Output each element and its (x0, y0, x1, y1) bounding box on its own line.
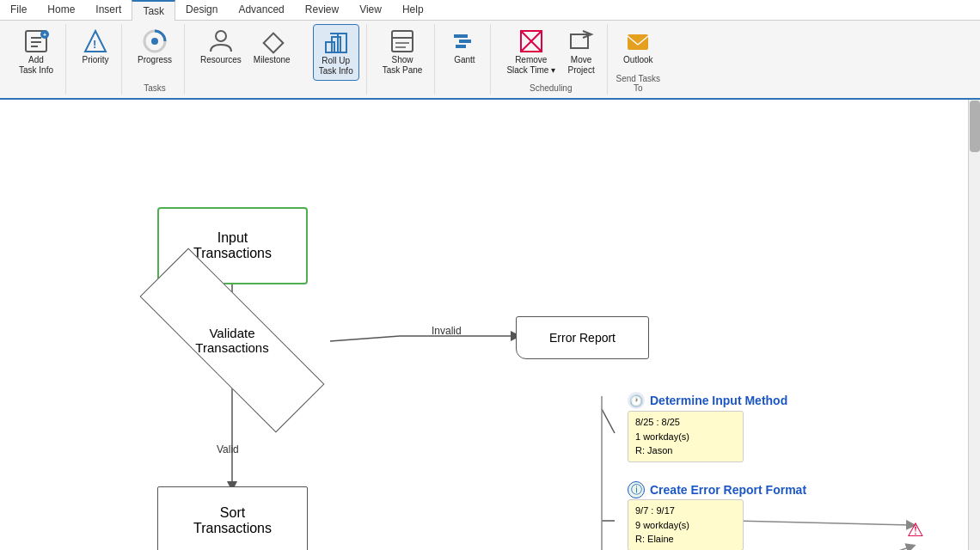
add-task-info-button[interactable]: + AddTask Info (14, 24, 58, 79)
rollup-label: Roll UpTask Info (319, 56, 353, 76)
determine-input-method-title: Determine Input Method (650, 394, 787, 407)
cer-date: 9/7 : 9/17 (635, 504, 736, 518)
outlook-button[interactable]: Outlook (618, 24, 658, 69)
resources-group: Resources Milestone (188, 24, 303, 95)
svg-line-38 (735, 521, 911, 525)
svg-rect-22 (456, 45, 466, 48)
milestone-button[interactable]: Milestone (248, 24, 296, 69)
cer-workdays: 9 workday(s) (635, 518, 736, 533)
svg-rect-16 (392, 31, 413, 52)
svg-text:+: + (43, 32, 46, 38)
dim-resource: R: Jason (635, 443, 736, 458)
tab-insert[interactable]: Insert (85, 0, 132, 20)
scheduling-label: Scheduling (494, 83, 607, 93)
send-tasks-group: Outlook Send Tasks To (611, 24, 665, 95)
determine-input-method-header: 🕐 Determine Input Method (628, 392, 787, 409)
validate-transactions-label: ValidateTransactions (112, 306, 352, 375)
move-project-label: MoveProject (568, 55, 595, 76)
remove-slack-time-button[interactable]: RemoveSlack Time ▾ (501, 24, 560, 79)
validate-transactions-node[interactable]: ValidateTransactions (112, 306, 352, 375)
gantt-button[interactable]: Gantt (445, 24, 483, 69)
move-project-button[interactable]: MoveProject (562, 24, 600, 79)
svg-rect-21 (459, 40, 471, 43)
progress-group: Progress Tasks (126, 24, 185, 95)
add-task-info-label: AddTask Info (19, 55, 53, 76)
add-task-info-group: + AddTask Info (7, 24, 66, 95)
tab-view[interactable]: View (349, 0, 392, 20)
gantt-icon (450, 28, 478, 55)
scrollbar-thumb[interactable] (970, 101, 980, 152)
send-tasks-label: Send Tasks To (611, 74, 665, 93)
resources-label: Resources (200, 55, 242, 65)
warning-icon: ⚠ (907, 519, 924, 541)
valid-label: Valid (217, 443, 239, 455)
progress-label: Progress (138, 55, 172, 65)
dim-workdays: 1 workday(s) (635, 430, 736, 444)
svg-line-36 (602, 409, 615, 433)
gantt-label: Gantt (454, 55, 475, 65)
rollup-button[interactable]: Roll UpTask Info (313, 24, 359, 81)
sort-transactions-node[interactable]: SortTransactions (157, 486, 308, 550)
priority-icon: ! (82, 28, 109, 55)
svg-rect-27 (628, 34, 648, 50)
tab-task[interactable]: Task (132, 0, 175, 21)
add-task-info-icon: + (22, 28, 50, 55)
show-task-pane-label: ShowTask Pane (383, 55, 423, 76)
move-project-icon (567, 28, 595, 55)
tab-file[interactable]: File (0, 0, 37, 20)
gantt-group: Gantt (438, 24, 491, 95)
milestone-label: Milestone (254, 55, 291, 65)
priority-group: ! Priority (70, 24, 122, 95)
svg-rect-11 (264, 34, 284, 53)
outlook-label: Outlook (623, 55, 652, 65)
error-report-node[interactable]: Error Report (516, 316, 649, 359)
svg-text:!: ! (93, 38, 96, 51)
cer-resource: R: Elaine (635, 532, 736, 547)
tasks-group-label: Tasks (126, 83, 184, 93)
canvas: InputTransactions ValidateTransactions E… (0, 100, 980, 550)
resources-icon (207, 28, 235, 55)
tab-advanced[interactable]: Advanced (228, 0, 294, 20)
svg-point-9 (151, 38, 158, 45)
create-error-report-header: ⓘ Create Error Report Format (628, 481, 806, 498)
show-task-pane-icon (389, 28, 416, 55)
progress-icon (141, 28, 168, 55)
svg-rect-12 (326, 42, 334, 52)
tab-design[interactable]: Design (175, 0, 228, 20)
create-error-report-box: 9/7 : 9/17 9 workday(s) R: Elaine (628, 499, 744, 550)
invalid-label: Invalid (432, 325, 462, 337)
dim-date: 8/25 : 8/25 (635, 415, 736, 430)
priority-label: Priority (82, 55, 108, 65)
scheduling-group: RemoveSlack Time ▾ MoveProject Schedulin… (494, 24, 608, 95)
determine-input-method-icon: 🕐 (628, 392, 645, 409)
tab-review[interactable]: Review (295, 0, 349, 20)
ribbon-tabs: File Home Insert Task Design Advanced Re… (0, 0, 980, 21)
create-error-report-title: Create Error Report Format (650, 483, 806, 497)
svg-rect-13 (332, 37, 340, 52)
svg-line-40 (735, 547, 911, 550)
show-task-pane-button[interactable]: ShowTask Pane (377, 24, 428, 79)
priority-button[interactable]: ! Priority (77, 24, 114, 69)
ribbon: File Home Insert Task Design Advanced Re… (0, 0, 980, 100)
tab-help[interactable]: Help (392, 0, 434, 20)
svg-point-10 (216, 31, 226, 41)
rollup-group: Roll UpTask Info (306, 24, 367, 95)
tab-home[interactable]: Home (37, 0, 85, 20)
show-task-pane-group: ShowTask Pane (371, 24, 436, 95)
vertical-scrollbar[interactable] (968, 100, 980, 550)
rollup-icon (322, 28, 350, 56)
remove-slack-time-icon (518, 28, 545, 55)
resources-button[interactable]: Resources (195, 24, 247, 69)
svg-rect-20 (454, 34, 468, 38)
progress-button[interactable]: Progress (132, 24, 177, 69)
ribbon-body: + AddTask Info ! Priority (0, 21, 980, 98)
determine-input-method-box: 8/25 : 8/25 1 workday(s) R: Jason (628, 411, 744, 462)
create-error-report-icon: ⓘ (628, 481, 645, 498)
outlook-icon (624, 28, 652, 55)
remove-slack-time-label: RemoveSlack Time ▾ (506, 55, 555, 76)
milestone-icon (258, 28, 285, 55)
